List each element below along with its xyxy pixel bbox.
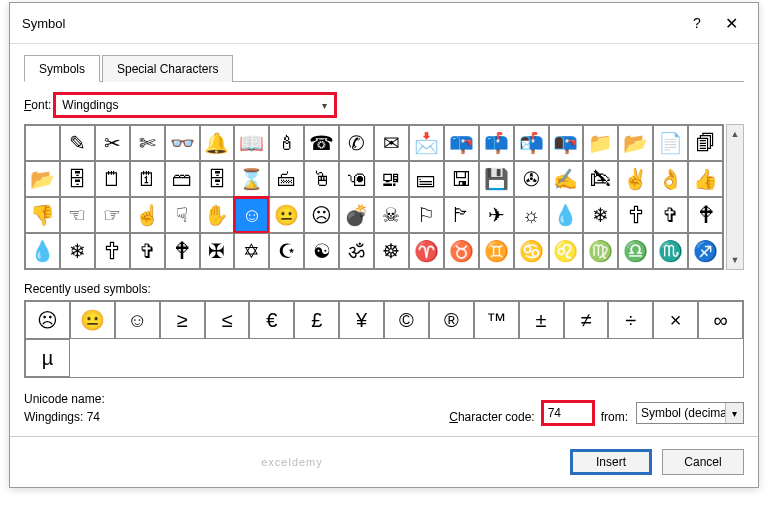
scroll-down-icon[interactable]: ▼ [727, 251, 743, 269]
symbol-cell[interactable]: ❄ [583, 197, 618, 233]
symbol-cell[interactable]: ⚐ [409, 197, 444, 233]
recent-cell[interactable]: ® [429, 301, 474, 339]
symbol-cell[interactable]: 📬 [514, 125, 549, 161]
recent-cell[interactable]: £ [294, 301, 339, 339]
symbol-cell[interactable]: 📭 [549, 125, 584, 161]
symbol-cell[interactable]: ✄ [130, 125, 165, 161]
symbol-cell[interactable]: ☸ [374, 233, 409, 269]
symbol-cell[interactable]: ☟ [165, 197, 200, 233]
recent-cell[interactable]: ∞ [698, 301, 743, 339]
symbol-cell[interactable]: 🕆 [618, 197, 653, 233]
char-code-input[interactable] [543, 402, 593, 424]
symbol-cell[interactable]: 🗓 [130, 161, 165, 197]
symbol-cell[interactable]: 📁 [583, 125, 618, 161]
symbol-cell[interactable]: 🕆 [95, 233, 130, 269]
recent-cell[interactable]: ™ [474, 301, 519, 339]
symbol-cell[interactable]: 🖫 [444, 161, 479, 197]
symbol-cell[interactable]: ♐ [688, 233, 723, 269]
symbol-cell[interactable]: ☞ [95, 197, 130, 233]
close-button[interactable]: ✕ [714, 11, 748, 35]
symbol-cell[interactable]: ☯ [304, 233, 339, 269]
symbol-cell[interactable]: 🖲 [339, 161, 374, 197]
symbol-cell[interactable]: ♈ [409, 233, 444, 269]
symbol-cell[interactable]: 💾 [479, 161, 514, 197]
recent-cell[interactable]: µ [25, 339, 70, 377]
symbol-cell[interactable]: 😐 [269, 197, 304, 233]
symbol-cell[interactable]: 🔔 [200, 125, 235, 161]
symbol-cell[interactable]: ✋ [200, 197, 235, 233]
symbol-cell[interactable]: ✈ [479, 197, 514, 233]
symbol-cell[interactable]: ॐ [339, 233, 374, 269]
symbol-cell[interactable]: ☹ [304, 197, 339, 233]
symbol-cell[interactable]: 📖 [234, 125, 269, 161]
symbol-cell[interactable]: ⌛ [234, 161, 269, 197]
symbol-cell[interactable]: 🕯 [269, 125, 304, 161]
symbol-cell[interactable]: ☠ [374, 197, 409, 233]
symbol-cell[interactable]: ✎ [60, 125, 95, 161]
symbol-cell[interactable]: ♊ [479, 233, 514, 269]
symbol-cell[interactable]: ✂ [95, 125, 130, 161]
symbol-cell[interactable]: ☎ [304, 125, 339, 161]
recent-cell[interactable]: ☹ [25, 301, 70, 339]
cancel-button[interactable]: Cancel [662, 449, 744, 475]
symbol-cell[interactable]: 👓 [165, 125, 200, 161]
symbol-cell[interactable]: 📄 [653, 125, 688, 161]
symbol-cell[interactable]: 👍 [688, 161, 723, 197]
symbol-cell[interactable]: 📫 [479, 125, 514, 161]
from-select[interactable]: Symbol (decimal) ▾ [636, 402, 744, 424]
symbol-cell[interactable]: ♌ [549, 233, 584, 269]
recent-cell[interactable]: © [384, 301, 429, 339]
tab-special-characters[interactable]: Special Characters [102, 55, 233, 82]
insert-button[interactable]: Insert [570, 449, 652, 475]
symbol-cell[interactable]: ☜ [60, 197, 95, 233]
recent-cell[interactable]: 😐 [70, 301, 115, 339]
symbol-cell[interactable]: ✍ [549, 161, 584, 197]
recent-cell[interactable]: € [249, 301, 294, 339]
recent-cell[interactable]: ≠ [564, 301, 609, 339]
symbol-cell[interactable]: ✞ [653, 197, 688, 233]
scrollbar[interactable]: ▲ ▼ [726, 124, 744, 270]
symbol-cell[interactable]: 🗄 [60, 161, 95, 197]
symbol-cell[interactable]: 🖱 [304, 161, 339, 197]
recent-cell[interactable]: ÷ [608, 301, 653, 339]
scroll-up-icon[interactable]: ▲ [727, 125, 743, 143]
symbol-cell[interactable]: 🕈 [688, 197, 723, 233]
symbol-cell[interactable]: 🗐 [688, 125, 723, 161]
symbol-cell[interactable]: ✠ [200, 233, 235, 269]
symbol-cell[interactable]: 👎 [25, 197, 60, 233]
symbol-cell[interactable]: 🗃 [165, 161, 200, 197]
symbol-cell[interactable]: 🖮 [269, 161, 304, 197]
recent-cell[interactable]: × [653, 301, 698, 339]
symbol-cell[interactable]: ☝ [130, 197, 165, 233]
symbol-cell[interactable]: 🖴 [409, 161, 444, 197]
symbol-cell[interactable]: 💣 [339, 197, 374, 233]
symbol-cell[interactable]: 🗒 [95, 161, 130, 197]
symbol-cell[interactable]: 💧 [549, 197, 584, 233]
recent-cell[interactable]: ☺ [115, 301, 160, 339]
symbol-cell[interactable]: ☺ [234, 197, 269, 233]
symbol-cell[interactable]: ✡ [234, 233, 269, 269]
font-select[interactable]: Wingdings ▾ [55, 94, 335, 116]
symbol-cell[interactable]: 📂 [618, 125, 653, 161]
symbol-cell[interactable]: ❄ [60, 233, 95, 269]
recent-cell[interactable]: ≤ [205, 301, 250, 339]
symbol-cell[interactable]: 💧 [25, 233, 60, 269]
symbol-cell[interactable]: 🖎 [583, 161, 618, 197]
symbol-cell[interactable]: 🗄 [200, 161, 235, 197]
recent-cell[interactable]: ± [519, 301, 564, 339]
symbol-cell[interactable]: 🏱 [444, 197, 479, 233]
recent-cell[interactable]: ≥ [160, 301, 205, 339]
symbol-cell[interactable]: ♉ [444, 233, 479, 269]
symbol-cell[interactable]: ♋ [514, 233, 549, 269]
symbol-cell[interactable]: 👌 [653, 161, 688, 197]
symbol-cell[interactable]: 📂 [25, 161, 60, 197]
symbol-cell[interactable]: 🖳 [374, 161, 409, 197]
symbol-cell[interactable]: 📪 [444, 125, 479, 161]
recent-cell[interactable]: ¥ [339, 301, 384, 339]
symbol-cell[interactable]: 📩 [409, 125, 444, 161]
symbol-cell[interactable]: ✞ [130, 233, 165, 269]
symbol-cell[interactable]: ♎ [618, 233, 653, 269]
symbol-cell[interactable]: ✆ [339, 125, 374, 161]
symbol-cell[interactable]: ♏ [653, 233, 688, 269]
symbol-cell[interactable]: ✉ [374, 125, 409, 161]
